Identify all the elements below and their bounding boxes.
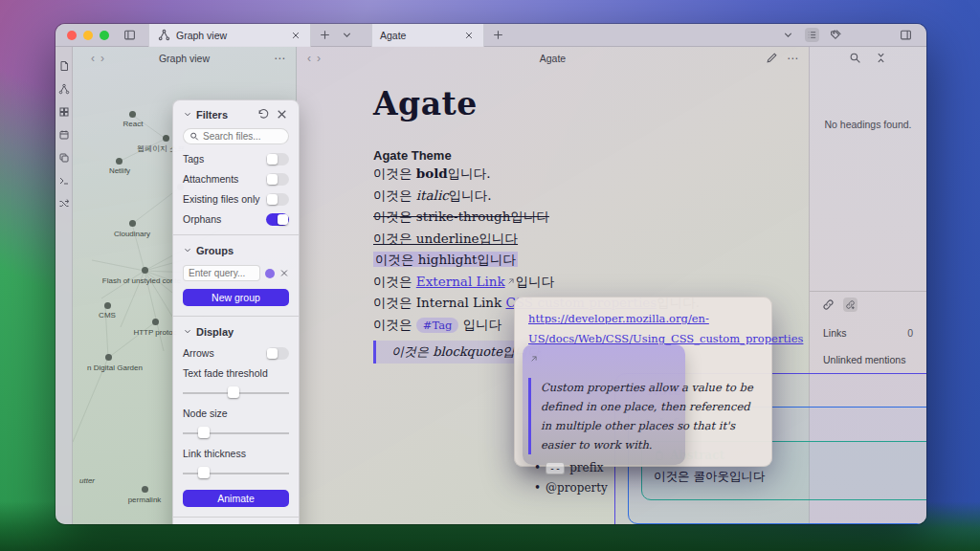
forward-icon[interactable]: › bbox=[98, 53, 107, 64]
section-heading: Agate Theme bbox=[373, 148, 756, 163]
tags-view-icon[interactable] bbox=[829, 28, 843, 42]
right-sidebar-header bbox=[810, 47, 926, 69]
external-link-icon bbox=[529, 355, 538, 364]
tab-label: Graph view bbox=[176, 30, 227, 41]
slider-thumb[interactable] bbox=[228, 386, 239, 398]
graph-node[interactable] bbox=[129, 111, 136, 118]
slider-label: Node size bbox=[183, 408, 289, 419]
traffic-lights bbox=[67, 31, 109, 40]
restore-defaults-icon[interactable] bbox=[256, 107, 271, 121]
canvas-icon[interactable] bbox=[56, 104, 71, 119]
backlinks-icon[interactable] bbox=[821, 298, 835, 312]
outline-view-icon[interactable] bbox=[805, 28, 819, 42]
links-section-row[interactable]: Links 0 bbox=[810, 327, 926, 339]
tab-list-chevron-icon[interactable] bbox=[340, 28, 354, 42]
close-tab-icon[interactable] bbox=[461, 28, 476, 42]
toggle-label: Tags bbox=[183, 153, 204, 165]
orphans-toggle[interactable] bbox=[266, 213, 289, 226]
more-options-icon[interactable]: ⋯ bbox=[787, 52, 799, 65]
collapse-section-chevron-icon[interactable] bbox=[183, 243, 192, 257]
node-size-slider[interactable] bbox=[183, 427, 289, 439]
search-files-input-wrap bbox=[183, 128, 289, 144]
existing-files-toggle[interactable] bbox=[266, 193, 289, 206]
graph-node-label: n Digital Garden bbox=[87, 364, 143, 372]
external-link-icon bbox=[506, 277, 515, 286]
graph-node[interactable] bbox=[142, 267, 148, 274]
graph-view-icon[interactable] bbox=[56, 81, 71, 96]
desktop-wallpaper: Graph view Agate bbox=[0, 0, 980, 551]
popup-blockquote: Custom properties allow a value to be de… bbox=[528, 378, 758, 455]
graph-node[interactable] bbox=[116, 158, 122, 165]
slider-thumb[interactable] bbox=[198, 467, 210, 478]
daily-note-calendar-icon[interactable] bbox=[56, 127, 71, 142]
link-thickness-slider[interactable] bbox=[183, 467, 289, 479]
note-pane-title: Agate bbox=[297, 53, 809, 64]
new-tab-icon[interactable] bbox=[318, 28, 332, 42]
graph-node[interactable] bbox=[129, 220, 136, 227]
arrows-toggle[interactable] bbox=[266, 347, 289, 360]
filters-title: Filters bbox=[196, 109, 228, 121]
new-tab-icon[interactable] bbox=[491, 28, 505, 42]
tags-toggle[interactable] bbox=[266, 153, 289, 165]
note-pane-header: ‹ › Agate ⋯ bbox=[297, 47, 809, 69]
back-icon[interactable]: ‹ bbox=[88, 53, 98, 64]
random-note-icon[interactable] bbox=[56, 196, 71, 210]
minimize-window-button[interactable] bbox=[83, 31, 93, 40]
zoom-window-button[interactable] bbox=[100, 31, 109, 40]
graph-node-label: HTTP protoc bbox=[133, 328, 176, 337]
forward-icon[interactable]: › bbox=[314, 53, 323, 64]
external-link[interactable]: External Link bbox=[416, 274, 505, 289]
tag-pill[interactable]: #Tag bbox=[416, 318, 459, 333]
links-count: 0 bbox=[907, 327, 913, 339]
text-fade-slider[interactable] bbox=[183, 386, 289, 399]
close-panel-icon[interactable] bbox=[275, 107, 289, 121]
more-options-icon[interactable]: ⋯ bbox=[274, 52, 286, 65]
terminal-icon[interactable] bbox=[56, 173, 71, 187]
graph-node[interactable] bbox=[152, 319, 159, 325]
tab-group-chevron-icon[interactable] bbox=[781, 28, 795, 42]
tab-graph-view[interactable]: Graph view bbox=[148, 24, 311, 47]
right-sidebar-toggle-icon[interactable] bbox=[899, 28, 913, 42]
links-label: Links bbox=[823, 327, 847, 339]
collapse-all-icon[interactable] bbox=[874, 51, 888, 65]
toggle-label: Existing files only bbox=[183, 193, 260, 205]
slider-label: Text fade threshold bbox=[183, 367, 289, 379]
close-tab-icon[interactable] bbox=[288, 28, 302, 42]
display-title: Display bbox=[196, 326, 234, 338]
text-line: 이것은 highlight입니다 bbox=[373, 250, 756, 271]
left-sidebar-toggle-icon[interactable] bbox=[122, 28, 137, 42]
unlinked-mentions-label: Unlinked mentions bbox=[823, 354, 905, 365]
graph-node-label: Cloudinary bbox=[114, 230, 150, 238]
back-icon[interactable]: ‹ bbox=[304, 53, 314, 64]
animate-button[interactable]: Animate bbox=[183, 490, 289, 507]
close-window-button[interactable] bbox=[67, 31, 77, 40]
search-icon[interactable] bbox=[848, 51, 862, 65]
edit-mode-pencil-icon[interactable] bbox=[765, 51, 779, 65]
ribbon bbox=[56, 47, 73, 524]
link-hover-popup: https://developer.mozilla.org/en- US/doc… bbox=[514, 297, 772, 467]
graph-node[interactable] bbox=[163, 135, 169, 142]
graph-node[interactable] bbox=[105, 354, 112, 361]
attachments-toggle[interactable] bbox=[266, 173, 289, 186]
search-files-input[interactable] bbox=[203, 131, 282, 142]
group-query-input[interactable] bbox=[189, 268, 255, 278]
graph-node[interactable] bbox=[104, 302, 111, 309]
popup-url-link[interactable]: https://developer.mozilla.org/en- US/doc… bbox=[528, 309, 758, 370]
group-color-swatch[interactable] bbox=[265, 269, 275, 278]
outgoing-links-icon[interactable] bbox=[843, 298, 858, 312]
tab-agate[interactable]: Agate bbox=[371, 24, 484, 47]
slider-thumb[interactable] bbox=[198, 427, 210, 438]
titlebar: Graph view Agate bbox=[56, 24, 926, 47]
search-icon bbox=[189, 129, 199, 143]
remove-group-icon[interactable] bbox=[279, 266, 289, 280]
graph-node-label: React bbox=[123, 120, 144, 128]
templates-copy-icon[interactable] bbox=[56, 150, 71, 165]
new-group-button[interactable]: New group bbox=[183, 289, 289, 306]
app-window: Graph view Agate bbox=[56, 24, 926, 524]
graph-pane: ‹ › Graph view ⋯ Reac bbox=[73, 47, 297, 524]
collapse-section-chevron-icon[interactable] bbox=[183, 107, 192, 121]
graph-node[interactable] bbox=[142, 486, 148, 493]
collapse-section-chevron-icon[interactable] bbox=[183, 324, 192, 339]
quick-switcher-icon[interactable] bbox=[56, 58, 71, 73]
unlinked-mentions-row[interactable]: Unlinked mentions bbox=[810, 354, 926, 365]
